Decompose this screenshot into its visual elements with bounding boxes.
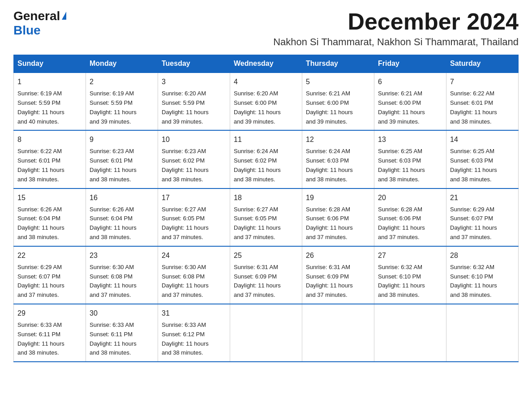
- daylight-text: Daylight: 11 hours: [234, 109, 281, 116]
- day-number: 8: [17, 134, 82, 145]
- daylight-text: Daylight: 11 hours: [162, 167, 209, 173]
- daylight-text: Daylight: 11 hours: [17, 224, 64, 231]
- title-section: December 2024 Nakhon Si Thammarat, Nakho…: [273, 9, 519, 48]
- day-info: Sunrise: 6:24 AMSunset: 6:02 PMDaylight:…: [234, 147, 298, 184]
- daylight-minutes-text: and 37 minutes.: [306, 291, 348, 298]
- calendar-cell: 23Sunrise: 6:30 AMSunset: 6:08 PMDayligh…: [86, 246, 158, 304]
- daylight-minutes-text: and 39 minutes.: [306, 118, 348, 125]
- calendar-cell: 19Sunrise: 6:28 AMSunset: 6:06 PMDayligh…: [302, 188, 374, 246]
- sunrise-text: Sunrise: 6:19 AM: [17, 90, 62, 97]
- day-number: 14: [450, 134, 515, 145]
- daylight-minutes-text: and 39 minutes.: [90, 118, 131, 125]
- sunset-text: Sunset: 6:03 PM: [450, 157, 493, 164]
- calendar-cell: [446, 304, 519, 362]
- sunset-text: Sunset: 6:09 PM: [234, 273, 277, 280]
- calendar-cell: 2Sunrise: 6:19 AMSunset: 5:59 PMDaylight…: [86, 73, 158, 130]
- day-info: Sunrise: 6:27 AMSunset: 6:05 PMDaylight:…: [162, 205, 226, 242]
- month-title: December 2024: [273, 9, 519, 34]
- daylight-text: Daylight: 11 hours: [450, 167, 497, 173]
- daylight-text: Daylight: 11 hours: [450, 282, 497, 289]
- day-info: Sunrise: 6:24 AMSunset: 6:03 PMDaylight:…: [306, 147, 370, 184]
- sunrise-text: Sunrise: 6:24 AM: [234, 148, 278, 154]
- calendar-cell: 17Sunrise: 6:27 AMSunset: 6:05 PMDayligh…: [158, 188, 230, 246]
- sunrise-text: Sunrise: 6:20 AM: [234, 90, 278, 97]
- day-number: 31: [162, 308, 226, 319]
- calendar-cell: 28Sunrise: 6:32 AMSunset: 6:10 PMDayligh…: [446, 246, 519, 304]
- day-number: 3: [162, 77, 226, 87]
- day-number: 23: [90, 250, 154, 261]
- header-saturday: Saturday: [446, 55, 519, 73]
- sunrise-text: Sunrise: 6:29 AM: [450, 206, 494, 213]
- daylight-minutes-text: and 38 minutes.: [450, 176, 492, 183]
- day-info: Sunrise: 6:31 AMSunset: 6:09 PMDaylight:…: [306, 263, 370, 300]
- calendar-cell: 26Sunrise: 6:31 AMSunset: 6:09 PMDayligh…: [302, 246, 374, 304]
- daylight-text: Daylight: 11 hours: [306, 167, 353, 173]
- sunrise-text: Sunrise: 6:25 AM: [450, 148, 494, 154]
- day-info: Sunrise: 6:26 AMSunset: 6:04 PMDaylight:…: [17, 205, 82, 242]
- daylight-minutes-text: and 37 minutes.: [450, 234, 492, 240]
- daylight-text: Daylight: 11 hours: [306, 282, 353, 289]
- sunrise-text: Sunrise: 6:21 AM: [378, 90, 422, 97]
- daylight-text: Daylight: 11 hours: [450, 109, 497, 116]
- day-number: 12: [306, 134, 370, 145]
- page-header: General Blue December 2024 Nakhon Si Tha…: [13, 9, 519, 48]
- sunrise-text: Sunrise: 6:27 AM: [162, 206, 206, 213]
- sunset-text: Sunset: 5:59 PM: [162, 99, 205, 106]
- sunset-text: Sunset: 6:03 PM: [306, 157, 349, 164]
- daylight-text: Daylight: 11 hours: [17, 109, 64, 116]
- sunset-text: Sunset: 6:08 PM: [90, 273, 133, 280]
- calendar-cell: [230, 304, 302, 362]
- daylight-minutes-text: and 37 minutes.: [90, 291, 131, 298]
- sunrise-text: Sunrise: 6:23 AM: [162, 148, 206, 154]
- daylight-minutes-text: and 37 minutes.: [378, 234, 420, 240]
- calendar-cell: 18Sunrise: 6:27 AMSunset: 6:05 PMDayligh…: [230, 188, 302, 246]
- sunset-text: Sunset: 6:09 PM: [306, 273, 349, 280]
- sunrise-text: Sunrise: 6:21 AM: [306, 90, 350, 97]
- calendar-cell: 31Sunrise: 6:33 AMSunset: 6:12 PMDayligh…: [158, 304, 230, 362]
- daylight-minutes-text: and 40 minutes.: [17, 118, 59, 125]
- sunset-text: Sunset: 6:01 PM: [450, 99, 493, 106]
- day-number: 29: [17, 308, 82, 319]
- calendar-cell: 1Sunrise: 6:19 AMSunset: 5:59 PMDaylight…: [14, 73, 86, 130]
- day-info: Sunrise: 6:23 AMSunset: 6:02 PMDaylight:…: [162, 147, 226, 184]
- sunset-text: Sunset: 5:59 PM: [17, 99, 60, 106]
- sunset-text: Sunset: 6:02 PM: [162, 157, 205, 164]
- day-info: Sunrise: 6:30 AMSunset: 6:08 PMDaylight:…: [90, 263, 154, 300]
- day-info: Sunrise: 6:33 AMSunset: 6:12 PMDaylight:…: [162, 321, 226, 358]
- sunrise-text: Sunrise: 6:33 AM: [162, 321, 206, 328]
- day-number: 27: [378, 250, 442, 261]
- sunrise-text: Sunrise: 6:30 AM: [162, 264, 206, 270]
- day-info: Sunrise: 6:25 AMSunset: 6:03 PMDaylight:…: [378, 147, 442, 184]
- sunrise-text: Sunrise: 6:22 AM: [450, 90, 494, 97]
- calendar-cell: 4Sunrise: 6:20 AMSunset: 6:00 PMDaylight…: [230, 73, 302, 130]
- daylight-text: Daylight: 11 hours: [306, 224, 353, 231]
- sunrise-text: Sunrise: 6:28 AM: [306, 206, 350, 213]
- daylight-minutes-text: and 38 minutes.: [162, 176, 203, 183]
- day-info: Sunrise: 6:22 AMSunset: 6:01 PMDaylight:…: [450, 89, 515, 126]
- day-number: 4: [234, 77, 298, 87]
- calendar-cell: 25Sunrise: 6:31 AMSunset: 6:09 PMDayligh…: [230, 246, 302, 304]
- sunset-text: Sunset: 6:00 PM: [306, 99, 349, 106]
- logo-blue-text: Blue: [13, 23, 41, 37]
- sunrise-text: Sunrise: 6:33 AM: [17, 321, 62, 328]
- daylight-minutes-text: and 38 minutes.: [90, 349, 131, 356]
- sunset-text: Sunset: 6:01 PM: [17, 157, 60, 164]
- sunrise-text: Sunrise: 6:26 AM: [90, 206, 134, 213]
- week-row-2: 8Sunrise: 6:22 AMSunset: 6:01 PMDaylight…: [14, 130, 519, 188]
- calendar-cell: 5Sunrise: 6:21 AMSunset: 6:00 PMDaylight…: [302, 73, 374, 130]
- day-number: 11: [234, 134, 298, 145]
- calendar-cell: 12Sunrise: 6:24 AMSunset: 6:03 PMDayligh…: [302, 130, 374, 188]
- sunrise-text: Sunrise: 6:25 AM: [378, 148, 422, 154]
- sunset-text: Sunset: 6:04 PM: [17, 215, 60, 222]
- sunrise-text: Sunrise: 6:33 AM: [90, 321, 134, 328]
- day-info: Sunrise: 6:23 AMSunset: 6:01 PMDaylight:…: [90, 147, 154, 184]
- daylight-minutes-text: and 37 minutes.: [17, 291, 59, 298]
- header-monday: Monday: [86, 55, 158, 73]
- day-number: 22: [17, 250, 82, 261]
- day-info: Sunrise: 6:27 AMSunset: 6:05 PMDaylight:…: [234, 205, 298, 242]
- daylight-minutes-text: and 38 minutes.: [378, 291, 420, 298]
- daylight-minutes-text: and 37 minutes.: [234, 234, 275, 240]
- logo: General Blue: [13, 9, 66, 38]
- calendar-cell: 11Sunrise: 6:24 AMSunset: 6:02 PMDayligh…: [230, 130, 302, 188]
- sunset-text: Sunset: 6:11 PM: [90, 331, 133, 338]
